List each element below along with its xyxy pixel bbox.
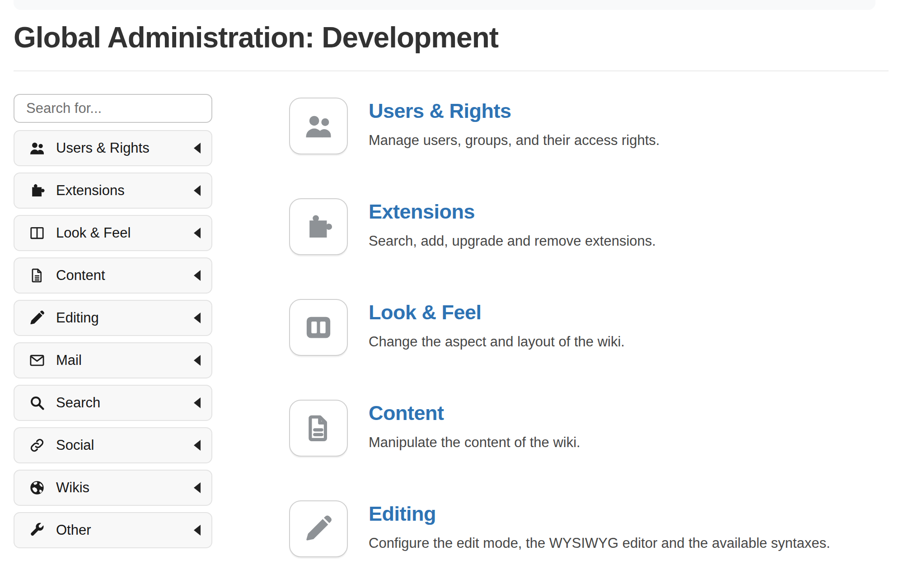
sidebar-item-look-feel[interactable]: Look & Feel — [14, 215, 212, 251]
title-divider — [14, 70, 889, 71]
sidebar-item-editing[interactable]: Editing — [14, 300, 212, 336]
link-icon — [28, 436, 46, 454]
columns-icon — [304, 313, 333, 342]
look-feel-icon-link[interactable] — [289, 299, 348, 356]
sidebar-item-wikis[interactable]: Wikis — [14, 470, 212, 506]
section-content: Content Manipulate the content of the wi… — [289, 400, 830, 457]
file-icon — [304, 413, 333, 443]
section-title-link[interactable]: Extensions — [369, 200, 475, 224]
section-description: Manipulate the content of the wiki. — [369, 434, 580, 452]
section-title-link[interactable]: Content — [369, 401, 444, 425]
section-description: Configure the edit mode, the WYSIWYG edi… — [369, 534, 830, 552]
users-rights-icon-link[interactable] — [289, 98, 348, 154]
sidebar-item-social[interactable]: Social — [14, 427, 212, 463]
caret-left-icon — [194, 525, 201, 536]
globe-icon — [28, 479, 46, 497]
sidebar-item-content[interactable]: Content — [14, 257, 212, 294]
puzzle-icon — [28, 182, 46, 200]
sidebar-item-label: Social — [56, 437, 194, 453]
sidebar-item-label: Extensions — [56, 182, 194, 199]
section-description: Manage users, groups, and their access r… — [369, 131, 660, 149]
sidebar-item-label: Content — [56, 267, 194, 284]
section-title-link[interactable]: Editing — [369, 502, 436, 526]
users-icon — [28, 139, 46, 157]
section-title-link[interactable]: Users & Rights — [369, 99, 511, 123]
caret-left-icon — [194, 482, 201, 493]
caret-left-icon — [194, 185, 201, 196]
file-icon — [28, 266, 46, 285]
sidebar-item-label: Wikis — [56, 480, 194, 496]
envelope-icon — [28, 351, 46, 369]
section-users-rights: Users & Rights Manage users, groups, and… — [289, 98, 830, 154]
extensions-icon-link[interactable] — [289, 198, 348, 255]
sidebar-item-other[interactable]: Other — [14, 512, 212, 548]
caret-left-icon — [194, 313, 201, 323]
page-title: Global Administration: Development — [14, 21, 889, 55]
section-title-link[interactable]: Look & Feel — [369, 301, 482, 324]
sidebar-item-label: Search — [56, 395, 194, 411]
section-editing: Editing Configure the edit mode, the WYS… — [289, 500, 830, 557]
admin-sections: Users & Rights Manage users, groups, and… — [289, 94, 830, 588]
sidebar-item-users-rights[interactable]: Users & Rights — [14, 130, 212, 166]
caret-left-icon — [194, 397, 201, 408]
pencil-icon — [304, 514, 333, 544]
puzzle-icon — [304, 212, 333, 242]
section-description: Change the aspect and layout of the wiki… — [369, 333, 625, 351]
editing-icon-link[interactable] — [289, 500, 348, 557]
search-input[interactable] — [14, 94, 212, 123]
section-look-feel: Look & Feel Change the aspect and layout… — [289, 299, 830, 356]
sidebar-item-label: Editing — [56, 310, 194, 326]
caret-left-icon — [194, 228, 201, 238]
sidebar-item-extensions[interactable]: Extensions — [14, 173, 212, 209]
top-drawer-bar — [14, 0, 875, 10]
sidebar-item-label: Users & Rights — [56, 140, 194, 156]
admin-content: Users & Rights Extensions Look & Feel Co… — [14, 94, 903, 588]
sidebar-item-label: Look & Feel — [56, 225, 194, 241]
columns-icon — [28, 224, 46, 242]
caret-left-icon — [194, 440, 201, 451]
sidebar-item-label: Mail — [56, 352, 194, 369]
caret-left-icon — [194, 143, 201, 154]
section-extensions: Extensions Search, add, upgrade and remo… — [289, 198, 830, 255]
search-icon — [28, 394, 46, 412]
caret-left-icon — [194, 355, 201, 366]
sidebar-item-label: Other — [56, 522, 194, 538]
content-icon-link[interactable] — [289, 400, 348, 457]
sidebar-item-mail[interactable]: Mail — [14, 342, 212, 378]
users-icon — [304, 111, 333, 141]
sidebar-item-search[interactable]: Search — [14, 385, 212, 421]
wrench-icon — [28, 521, 46, 539]
caret-left-icon — [194, 270, 201, 281]
admin-sidebar: Users & Rights Extensions Look & Feel Co… — [14, 94, 212, 588]
pencil-icon — [28, 309, 46, 327]
section-description: Search, add, upgrade and remove extensio… — [369, 232, 656, 250]
